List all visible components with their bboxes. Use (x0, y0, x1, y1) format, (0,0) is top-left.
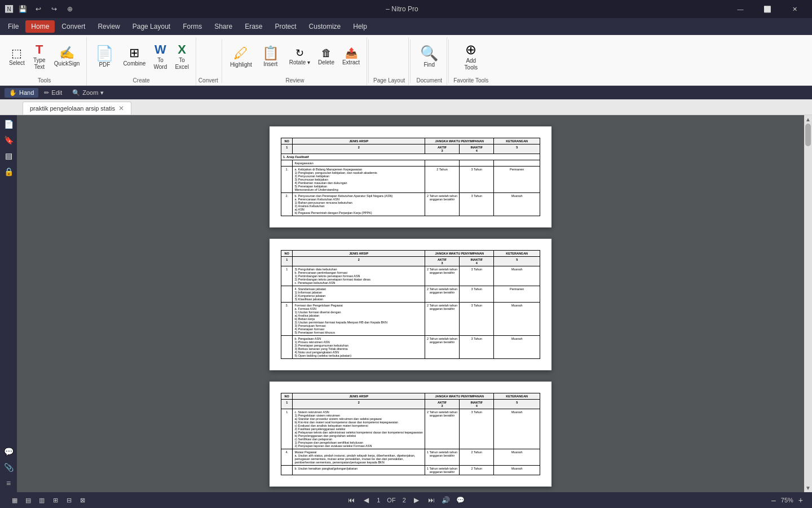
zoom-mode-button[interactable]: 🔍 Zoom ▾ (68, 88, 108, 98)
col-ket-num-p2: 5 (494, 257, 540, 266)
right-scrollbar[interactable]: ▲ ▼ (804, 115, 812, 492)
table-row: 3 Tahun (460, 266, 494, 286)
row-p3-sistem: 1 c. Sistem rekrutmen ASN 1) Pengelolaan… (281, 409, 540, 449)
view-spread-btn[interactable]: ⊞ (50, 494, 61, 506)
pdf-page-2: NO JENIS ARSIP JANGKA WAKTU PENYIMPANAN … (270, 239, 551, 370)
menu-review[interactable]: Review (92, 20, 125, 33)
minimize-button[interactable]: — (727, 0, 753, 18)
menu-convert[interactable]: Convert (56, 20, 91, 33)
app-icon: 🅽 (5, 5, 14, 14)
maximize-button[interactable]: ⬜ (754, 0, 780, 18)
highlight-button[interactable]: 🖊 Highlight (227, 43, 255, 71)
zoom-value: 75% (778, 497, 796, 503)
zoom-out-button[interactable]: – (771, 496, 776, 505)
sidebar-lock-icon[interactable]: 🔒 (2, 165, 15, 178)
to-word-button[interactable]: W To Word (150, 41, 170, 73)
type-text-button[interactable]: T Type Text (29, 41, 50, 73)
extract-label: Extract (342, 59, 360, 66)
row-p3-mutasi2: b. Usulan kenaikan pangkat/golongan/jaba… (281, 466, 540, 475)
ribbon-sep-2 (368, 40, 369, 83)
menu-forms[interactable]: Forms (177, 20, 208, 33)
insert-button[interactable]: 📋 Insert (257, 44, 285, 70)
col-inaktif-num: INAKTIF4 (460, 144, 494, 154)
next-page-button[interactable]: ▶ (411, 494, 423, 506)
title-bar-left: 🅽 💾 ↩ ↪ ⊕ (5, 3, 77, 15)
subsection-kepegawaian: Kepegawaian (281, 160, 540, 167)
qat-customize[interactable]: ⊕ (63, 3, 77, 15)
menu-protect[interactable]: Protect (270, 20, 302, 33)
menu-share[interactable]: Share (209, 20, 238, 33)
scroll-thumb[interactable] (805, 124, 811, 146)
sidebar-page-icon[interactable]: 📄 (2, 117, 15, 131)
first-page-button[interactable]: ⏮ (345, 494, 358, 506)
doc-tab-main[interactable]: praktik pengelolaan arsip statis ✕ (23, 102, 131, 115)
col-ket: KETERANGAN (494, 138, 540, 144)
delete-icon: 🗑 (321, 48, 332, 58)
close-button[interactable]: ✕ (782, 0, 807, 18)
combine-label: Combine (123, 60, 145, 67)
comment-button[interactable]: 💬 (454, 494, 467, 506)
table-row: 3 Tahun (460, 286, 494, 303)
add-tools-button[interactable]: ⊕ AddTools (461, 41, 481, 73)
view-single-btn[interactable]: ▦ (9, 494, 20, 506)
archive-table-1: NO JENIS ARSIP JANGKA WAKTU PENYIMPANAN … (281, 138, 540, 216)
zoom-arrow-icon: ▾ (100, 89, 104, 97)
pdf-button[interactable]: 📄 PDF (90, 43, 118, 71)
find-button[interactable]: 🔍 Find (415, 43, 443, 71)
create-group-label: Create (133, 76, 150, 85)
table-row: 1 (281, 266, 293, 286)
table-row: Mutasi Pegawai a. Usulan alih status, pi… (293, 449, 425, 466)
menu-help[interactable]: Help (347, 20, 373, 33)
menu-customize[interactable]: Customize (303, 20, 347, 33)
hand-mode-button[interactable]: ✋ Hand (5, 88, 38, 98)
col-ket-num: 5 (494, 144, 540, 154)
audio-button[interactable]: 🔊 (440, 494, 452, 506)
edit-mode-button[interactable]: ✏ Edit (39, 88, 67, 98)
extract-button[interactable]: 📤 Extract (339, 46, 363, 68)
col-jangka-p2: JANGKA WAKTU PENYIMPANAN (425, 251, 493, 257)
rotate-button[interactable]: ↻ Rotate ▾ (286, 46, 314, 68)
menu-file[interactable]: File (2, 20, 24, 33)
sidebar-attach-icon[interactable]: 📎 (2, 461, 15, 474)
zoom-in-button[interactable]: + (798, 496, 803, 505)
table-row: c. Sistem rekrutmen ASN 1) Pengelolaan s… (293, 409, 425, 449)
to-excel-button[interactable]: X To Excel (171, 41, 192, 73)
menu-erase[interactable]: Erase (239, 20, 268, 33)
scroll-down-arrow[interactable]: ▼ (804, 484, 812, 492)
row-p3-mutasi1: 4. Mutasi Pegawai a. Usulan alih status,… (281, 449, 540, 466)
select-button[interactable]: ⬚ Select (6, 45, 28, 69)
delete-button[interactable]: 🗑 Delete (315, 46, 338, 68)
highlight-icon: 🖊 (233, 46, 248, 60)
document-area[interactable]: NO JENIS ARSIP JANGKA WAKTU PENYIMPANAN … (17, 115, 804, 492)
view-fullscreen-btn[interactable]: ⊟ (63, 494, 74, 506)
combine-icon: ⊞ (129, 47, 139, 59)
scroll-up-arrow[interactable]: ▲ (804, 115, 812, 124)
menu-page-layout[interactable]: Page Layout (127, 20, 176, 33)
qat-redo[interactable]: ↪ (47, 3, 61, 15)
view-reflow-btn[interactable]: ⊠ (77, 494, 88, 506)
last-page-button[interactable]: ⏭ (425, 494, 438, 506)
sidebar-list-icon[interactable]: ≡ (2, 476, 15, 490)
ribbon-group-convert: Convert (196, 37, 220, 85)
table-row: 4. (281, 449, 293, 466)
sidebar-layers-icon[interactable]: ▤ (2, 149, 15, 163)
to-excel-label: To Excel (175, 57, 188, 71)
view-continuous-btn[interactable]: ▤ (23, 494, 34, 506)
quicksign-button[interactable]: ✍ QuickSign (51, 45, 83, 69)
prev-page-button[interactable]: ◀ (360, 494, 372, 506)
table-row: 1. (281, 167, 293, 193)
select-icon: ⬚ (11, 47, 22, 59)
menu-home[interactable]: Home (25, 20, 55, 33)
window-controls: — ⬜ ✕ (727, 0, 807, 18)
sidebar-bookmark-icon[interactable]: 🔖 (2, 133, 15, 147)
tab-close-button[interactable]: ✕ (118, 104, 124, 112)
col-jenis-p2: JENIS ARSIP (293, 251, 425, 257)
zoom-icon: 🔍 (72, 89, 80, 97)
view-facing-btn[interactable]: ▥ (36, 494, 47, 506)
scroll-track[interactable] (804, 124, 812, 484)
qat-undo[interactable]: ↩ (32, 3, 45, 15)
combine-button[interactable]: ⊞ Combine (120, 45, 149, 69)
type-text-icon: T (36, 43, 43, 56)
select-label: Select (9, 60, 25, 67)
qat-save[interactable]: 💾 (16, 3, 29, 15)
